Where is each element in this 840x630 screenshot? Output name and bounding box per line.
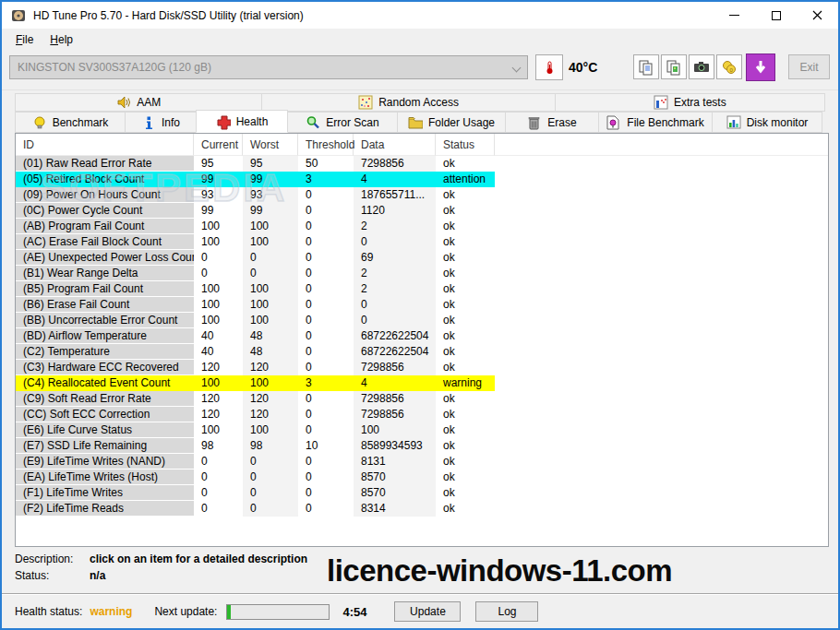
table-row[interactable]: (B1) Wear Range Delta0002ok xyxy=(16,266,828,281)
tab-file-benchmark[interactable]: File Benchmark xyxy=(598,112,713,133)
table-row[interactable]: (B5) Program Fail Count10010002ok xyxy=(16,281,828,297)
status-value: n/a xyxy=(90,569,105,582)
tab-random-access[interactable]: Random Access xyxy=(261,93,555,112)
tab-label: Random Access xyxy=(378,96,459,109)
column-header-data[interactable]: Data xyxy=(354,134,436,156)
tab-health[interactable]: Health xyxy=(196,110,288,133)
cell-worst: 100 xyxy=(243,375,298,391)
table-row[interactable]: (BD) Airflow Temperature4048068722622504… xyxy=(16,328,828,344)
table-row[interactable]: (C4) Reallocated Event Count10010034warn… xyxy=(16,375,828,391)
cell-data: 187655711... xyxy=(354,187,436,203)
maximize-button[interactable] xyxy=(755,2,797,29)
drive-selector[interactable]: KINGSTON SV300S37A120G (120 gB) xyxy=(9,55,528,79)
column-header-status[interactable]: Status xyxy=(436,134,495,156)
cell-current: 100 xyxy=(194,422,243,438)
tab-label: Error Scan xyxy=(326,116,378,129)
cell-worst: 0 xyxy=(243,454,298,470)
column-header-threshold[interactable]: Threshold xyxy=(298,134,354,156)
cell-data: 68722622504 xyxy=(354,328,436,344)
cell-data: 0 xyxy=(354,313,436,328)
table-row[interactable]: (AC) Erase Fail Block Count10010000ok xyxy=(16,234,828,250)
cell-id: (BB) Uncorrectable Error Count xyxy=(16,313,194,328)
speaker-icon xyxy=(116,95,131,110)
table-row[interactable]: (EA) LifeTime Writes (Host)0008570ok xyxy=(16,470,828,485)
menu-file[interactable]: File xyxy=(7,30,42,49)
table-row[interactable]: (C9) Soft Read Error Rate12012007298856o… xyxy=(16,391,828,407)
tab-disk-monitor[interactable]: Disk monitor xyxy=(712,112,822,133)
table-row[interactable]: (0C) Power Cycle Count999901120ok xyxy=(16,203,828,219)
cell-data: 2 xyxy=(354,266,436,281)
tab-benchmark[interactable]: Benchmark xyxy=(15,112,126,133)
tab-info[interactable]: Info xyxy=(125,112,197,133)
column-header-id[interactable]: ID xyxy=(16,134,194,156)
cell-worst: 99 xyxy=(243,203,298,219)
cell-current: 100 xyxy=(194,297,243,313)
cell-id: (F2) LifeTime Reads xyxy=(16,501,194,517)
column-header-current[interactable]: Current xyxy=(194,134,243,156)
cell-data: 8131 xyxy=(354,454,436,470)
buy-button[interactable]: 0 xyxy=(716,54,742,79)
title-bar: HD Tune Pro 5.70 - Hard Disk/SSD Utility… xyxy=(2,2,838,29)
minimize-button[interactable] xyxy=(714,2,755,29)
table-row[interactable]: (AE) Unexpected Power Loss Count00069ok xyxy=(16,250,828,266)
cell-status: ok xyxy=(436,407,495,422)
footer-divider xyxy=(2,593,838,595)
cell-status: ok xyxy=(436,470,495,485)
table-row[interactable]: (BB) Uncorrectable Error Count10010000ok xyxy=(16,313,828,328)
table-row[interactable]: (AB) Program Fail Count10010002ok xyxy=(16,219,828,234)
table-row[interactable]: (CC) Soft ECC Correction12012007298856ok xyxy=(16,407,828,422)
tab-label: Health xyxy=(236,115,269,128)
cell-current: 120 xyxy=(194,391,243,407)
cell-current: 40 xyxy=(194,328,243,344)
table-row[interactable]: (E7) SSD Life Remaining9898108589934593o… xyxy=(16,438,828,454)
table-row[interactable]: (F2) LifeTime Reads0008314ok xyxy=(16,501,828,517)
table-row[interactable]: (05) Retired Block Count999934attention xyxy=(16,172,828,187)
table-row[interactable]: (C3) Hardware ECC Recovered1201200729885… xyxy=(16,360,828,375)
cell-id: (C4) Reallocated Event Count xyxy=(16,375,194,391)
next-update-progressbar xyxy=(226,604,330,620)
cell-threshold: 50 xyxy=(298,156,354,172)
cell-current: 100 xyxy=(194,219,243,234)
coins-icon: 0 xyxy=(721,60,738,75)
tab-error-scan[interactable]: Error Scan xyxy=(287,112,398,133)
table-row[interactable]: (F1) LifeTime Writes0008570ok xyxy=(16,485,828,501)
cell-current: 120 xyxy=(194,407,243,422)
cell-worst: 120 xyxy=(243,407,298,422)
cell-worst: 120 xyxy=(243,391,298,407)
temperature-value: 40°C xyxy=(569,60,597,75)
cell-current: 120 xyxy=(194,360,243,375)
table-row[interactable]: (E6) Life Curve Status1001000100ok xyxy=(16,422,828,438)
cell-threshold: 0 xyxy=(298,297,354,313)
tab-aam[interactable]: AAM xyxy=(15,93,262,112)
tab-folder-usage[interactable]: Folder Usage xyxy=(397,112,506,133)
table-row[interactable]: (09) Power On Hours Count93930187655711.… xyxy=(16,187,828,203)
cell-status: ok xyxy=(436,297,495,313)
temperature-button[interactable] xyxy=(535,54,563,80)
exit-button[interactable]: Exit xyxy=(788,54,830,79)
download-button[interactable] xyxy=(746,53,775,81)
copy-text-button[interactable] xyxy=(633,54,659,79)
table-row[interactable]: (C2) Temperature4048068722622504ok xyxy=(16,344,828,360)
random-access-icon xyxy=(358,95,373,110)
column-header-worst[interactable]: Worst xyxy=(243,134,298,156)
cell-data: 4 xyxy=(354,375,436,391)
table-row[interactable]: (E9) LifeTime Writes (NAND)0008131ok xyxy=(16,454,828,470)
cell-current: 0 xyxy=(194,266,243,281)
tab-erase[interactable]: Erase xyxy=(505,112,599,133)
table-row[interactable]: (B6) Erase Fail Count10010000ok xyxy=(16,297,828,313)
tab-label: Disk monitor xyxy=(747,116,809,129)
menu-help[interactable]: Help xyxy=(42,30,81,49)
cell-id: (EA) LifeTime Writes (Host) xyxy=(16,470,194,485)
log-button[interactable]: Log xyxy=(475,601,538,622)
table-row[interactable]: (01) Raw Read Error Rate9595507298856ok xyxy=(16,156,828,172)
cell-worst: 93 xyxy=(243,187,298,203)
cell-threshold: 3 xyxy=(298,375,354,391)
close-button[interactable] xyxy=(797,2,838,29)
copy-image-button[interactable] xyxy=(661,54,687,79)
cell-status: ok xyxy=(436,234,495,250)
tab-extra-tests[interactable]: Extra tests xyxy=(555,93,825,112)
cell-id: (E6) Life Curve Status xyxy=(16,422,194,438)
update-button[interactable]: Update xyxy=(394,601,461,622)
cell-status: ok xyxy=(436,422,495,438)
screenshot-button[interactable] xyxy=(689,54,714,79)
